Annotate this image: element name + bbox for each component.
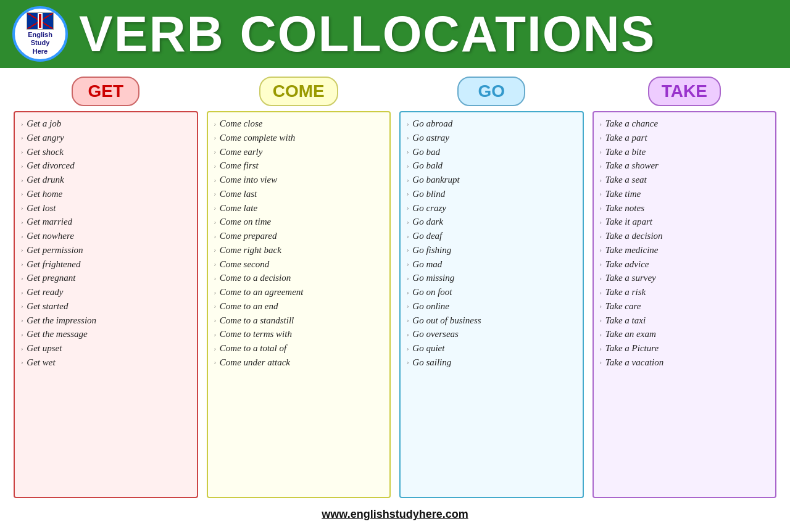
bullet-icon: › [407, 133, 409, 143]
bullet-icon: › [21, 189, 23, 199]
bullet-icon: › [21, 260, 23, 269]
bullet-icon: › [407, 246, 409, 255]
bullet-icon: › [21, 330, 23, 339]
bullet-icon: › [214, 120, 216, 129]
bullet-icon: › [214, 133, 216, 143]
bullet-icon: › [21, 133, 23, 143]
list-item: ›Take care [600, 300, 770, 314]
list-item: ›Go fishing [407, 244, 576, 257]
list-item: ›Come complete with [214, 131, 384, 145]
list-item: ›Go crazy [407, 202, 576, 215]
logo-flag [27, 12, 54, 30]
list-item: ›Take a chance [600, 117, 770, 131]
bullet-icon: › [21, 316, 23, 325]
bullet-icon: › [21, 120, 23, 129]
bullet-icon: › [214, 232, 216, 241]
bullet-icon: › [214, 330, 216, 339]
list-item: ›Go missing [407, 272, 576, 285]
go-list: ›Go abroad ›Go astray ›Go bad ›Go bald ›… [407, 117, 576, 370]
bullet-icon: › [21, 204, 23, 213]
list-item: ›Go quiet [407, 342, 576, 355]
list-item: ›Take advice [600, 258, 770, 272]
list-item: ›Come to a total of [214, 342, 384, 355]
page-wrapper: English Study Here VERB COLLOCATIONS GET… [0, 0, 790, 532]
bullet-icon: › [407, 288, 409, 297]
list-item: ›Go deaf [407, 230, 576, 243]
take-list: ›Take a chance ›Take a part ›Take a bite… [600, 117, 770, 370]
list-item: ›Take a shower [600, 159, 770, 173]
list-item: ›Come to an agreement [214, 286, 384, 299]
columns-row: GET ›Get a job ›Get angry ›Get shock ›Ge… [14, 77, 776, 498]
bullet-icon: › [600, 302, 602, 311]
bullet-icon: › [407, 274, 409, 283]
list-item: ›Get lost [21, 202, 191, 215]
list-item: ›Take a decision [600, 230, 770, 243]
list-item: ›Come to a standstill [214, 314, 384, 328]
bullet-icon: › [407, 232, 409, 241]
list-item: ›Go online [407, 300, 576, 314]
column-box-take: ›Take a chance ›Take a part ›Take a bite… [592, 111, 777, 498]
list-item: ›Go dark [407, 215, 576, 229]
bullet-icon: › [214, 288, 216, 297]
column-box-go: ›Go abroad ›Go astray ›Go bad ›Go bald ›… [399, 111, 584, 498]
list-item: ›Go bald [407, 159, 576, 173]
bullet-icon: › [214, 358, 216, 367]
bullet-icon: › [214, 246, 216, 255]
list-item: ›Get frightened [21, 258, 191, 272]
bullet-icon: › [600, 176, 602, 185]
list-item: ›Get a job [21, 117, 191, 131]
list-item: ›Come first [214, 159, 384, 173]
bullet-icon: › [407, 176, 409, 185]
list-item: ›Get started [21, 300, 191, 314]
bullet-icon: › [214, 162, 216, 171]
bullet-icon: › [21, 162, 23, 171]
list-item: ›Go astray [407, 131, 576, 145]
bullet-icon: › [407, 189, 409, 199]
list-item: ›Come to a decision [214, 272, 384, 285]
list-item: ›Go mad [407, 258, 576, 272]
bullet-icon: › [21, 218, 23, 227]
bullet-icon: › [407, 120, 409, 129]
bullet-icon: › [21, 246, 23, 255]
list-item: ›Come under attack [214, 356, 384, 370]
bullet-icon: › [21, 302, 23, 311]
list-item: ›Get shock [21, 146, 191, 159]
list-item: ›Get home [21, 188, 191, 201]
list-item: ›Get drunk [21, 173, 191, 187]
bullet-icon: › [214, 274, 216, 283]
column-go: GO ›Go abroad ›Go astray ›Go bad ›Go bal… [399, 77, 584, 498]
come-list: ›Come close ›Come complete with ›Come ea… [214, 117, 384, 370]
main-content: GET ›Get a job ›Get angry ›Get shock ›Ge… [0, 68, 790, 532]
column-get: GET ›Get a job ›Get angry ›Get shock ›Ge… [14, 77, 198, 498]
list-item: ›Go abroad [407, 117, 576, 131]
list-item: ›Take a part [600, 131, 770, 145]
list-item: ›Take a survey [600, 272, 770, 285]
list-item: ›Go overseas [407, 328, 576, 341]
list-item: ›Get the message [21, 328, 191, 341]
logo-text: English Study Here [19, 31, 62, 56]
column-come: COME ›Come close ›Come complete with ›Co… [207, 77, 391, 498]
list-item: ›Get the impression [21, 314, 191, 328]
bullet-icon: › [214, 204, 216, 213]
list-item: ›Go blind [407, 188, 576, 201]
list-item: ›Take it apart [600, 215, 770, 229]
list-item: ›Come right back [214, 244, 384, 257]
list-item: ›Come into view [214, 173, 384, 187]
bullet-icon: › [21, 232, 23, 241]
list-item: ›Go out of business [407, 314, 576, 328]
bullet-icon: › [600, 344, 602, 354]
logo: English Study Here [12, 6, 68, 62]
bullet-icon: › [600, 204, 602, 213]
bullet-icon: › [21, 344, 23, 354]
list-item: ›Get divorced [21, 159, 191, 173]
bullet-icon: › [214, 260, 216, 269]
bullet-icon: › [214, 344, 216, 354]
bullet-icon: › [407, 302, 409, 311]
column-header-go: GO [457, 77, 525, 106]
list-item: ›Come prepared [214, 230, 384, 243]
list-item: ›Come late [214, 202, 384, 215]
list-item: ›Take a taxi [600, 314, 770, 328]
column-header-come: COME [259, 77, 338, 106]
bullet-icon: › [407, 148, 409, 157]
list-item: ›Go bankrupt [407, 173, 576, 187]
